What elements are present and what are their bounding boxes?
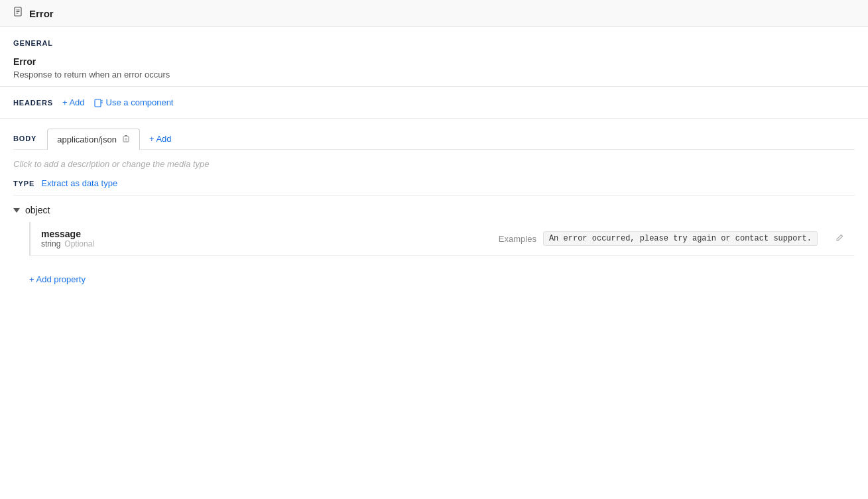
media-type-hint[interactable]: Click to add a description or change the… (13, 159, 855, 169)
general-section-label: General (13, 39, 855, 47)
edit-icon[interactable] (835, 233, 844, 245)
examples-value: An error occurred, please try again or c… (543, 231, 818, 246)
property-optional: Optional (64, 239, 94, 249)
chevron-down-icon[interactable] (13, 208, 20, 213)
object-header: object (13, 205, 855, 215)
page-wrapper: Error General Error Response to return w… (0, 0, 868, 499)
svg-rect-4 (95, 99, 101, 107)
property-type: string (41, 239, 60, 249)
table-row: message string Optional Examples An erro… (31, 222, 855, 256)
object-label: object (25, 205, 50, 215)
add-property-row: + Add property (0, 265, 868, 294)
body-section: Body application/json + Add (0, 119, 868, 150)
top-header: Error (0, 0, 868, 27)
body-label: Body (13, 135, 47, 149)
document-icon (13, 7, 24, 20)
property-examples: Examples An error occurred, please try a… (499, 231, 844, 246)
type-row: Type Extract as data type (13, 178, 855, 195)
extract-as-data-type-button[interactable]: Extract as data type (41, 178, 117, 188)
headers-add-button[interactable]: + Add (62, 97, 85, 107)
body-tab-json[interactable]: application/json (47, 129, 140, 150)
use-component-button[interactable]: Use a component (94, 97, 174, 107)
add-property-button[interactable]: + Add property (29, 274, 86, 284)
error-field-name: Error (13, 56, 855, 67)
tab-add-button[interactable]: + Add (140, 129, 181, 149)
headers-section: Headers + Add Use a component (0, 87, 868, 119)
use-component-label: Use a component (106, 97, 174, 107)
type-label: Type (13, 180, 34, 188)
tab-name: application/json (57, 135, 117, 144)
svg-rect-7 (123, 137, 129, 142)
property-name: message (41, 229, 141, 239)
headers-label: Headers (13, 99, 53, 107)
examples-label: Examples (499, 234, 536, 244)
body-content: Click to add a description or change the… (0, 150, 868, 195)
tab-delete-icon[interactable] (122, 135, 130, 144)
page-title: Error (29, 8, 54, 19)
general-section: General Error Response to return when an… (0, 27, 868, 87)
object-tree: object message string Optional Examples … (0, 195, 868, 265)
property-container: message string Optional Examples An erro… (29, 222, 855, 256)
error-field-description: Response to return when an error occurs (13, 70, 855, 80)
